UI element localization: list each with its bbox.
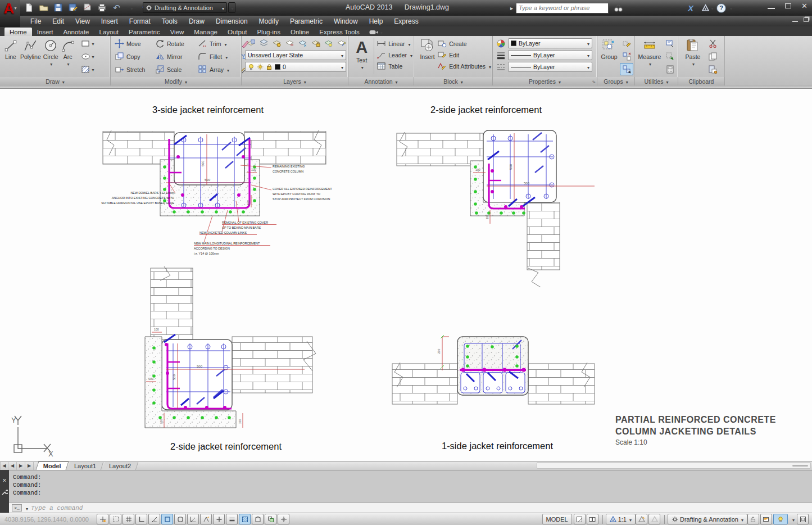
menu-dimension[interactable]: Dimension: [210, 17, 253, 26]
layer-state-button[interactable]: [258, 38, 270, 48]
doc-restore-button[interactable]: [804, 17, 809, 22]
layer-state-dropdown[interactable]: Unsaved Layer State: [245, 50, 346, 60]
group-edit-button[interactable]: [620, 37, 633, 49]
tab-insert[interactable]: Insert: [32, 28, 58, 36]
close-window-button[interactable]: ✕: [801, 2, 808, 10]
menu-window[interactable]: Window: [328, 17, 364, 26]
scrollbar-thumb[interactable]: [792, 465, 808, 467]
tab-view[interactable]: View: [165, 28, 189, 36]
menu-parametric[interactable]: Parametric: [284, 17, 328, 26]
insert-block-button[interactable]: Insert: [418, 37, 437, 76]
fillet-button[interactable]: Fillet: [198, 52, 235, 61]
copy-button[interactable]: Copy: [115, 52, 155, 61]
last-layout-button[interactable]: ▶: [25, 462, 34, 470]
layer-match-button[interactable]: [335, 38, 347, 48]
id-point-button[interactable]: [663, 37, 677, 49]
model-space-button[interactable]: MODEL: [542, 514, 572, 524]
text-tool-button[interactable]: A Text: [352, 37, 371, 76]
quick-view-drawings-button[interactable]: [587, 514, 598, 524]
rectangle-tool-button[interactable]: [79, 37, 96, 49]
dynamic-input-toggle[interactable]: [213, 514, 225, 524]
next-layout-button[interactable]: ▶: [17, 462, 25, 470]
dynamic-ucs-toggle[interactable]: [200, 514, 212, 524]
search-input[interactable]: [516, 3, 609, 13]
autodesk-360-button[interactable]: [700, 2, 714, 13]
panel-title-properties[interactable]: Properties: [493, 77, 597, 85]
stretch-button[interactable]: Stretch: [115, 65, 155, 74]
layer-lock-button[interactable]: [310, 38, 321, 48]
infocenter-expand-icon[interactable]: ▸: [510, 5, 513, 11]
annotation-monitor-toggle[interactable]: [278, 514, 289, 524]
rotate-button[interactable]: Rotate: [155, 39, 198, 48]
save-as-button[interactable]: [66, 2, 79, 13]
drawing-canvas[interactable]: 3-side jacket reinforcement: [0, 88, 812, 461]
ellipse-tool-button[interactable]: [79, 50, 96, 62]
linetype-dropdown[interactable]: ByLayer: [508, 62, 592, 72]
dimension-linear-button[interactable]: Linear: [376, 39, 412, 48]
undo-button[interactable]: ↶: [110, 2, 123, 13]
menu-format[interactable]: Format: [124, 17, 156, 26]
leader-button[interactable]: Leader: [376, 50, 412, 60]
cut-button[interactable]: [706, 37, 719, 49]
group-button[interactable]: Group: [600, 37, 618, 76]
3d-object-snap-toggle[interactable]: [174, 514, 186, 524]
paste-special-button[interactable]: [706, 63, 719, 75]
menu-help[interactable]: Help: [364, 17, 389, 26]
exchange-apps-button[interactable]: X: [684, 2, 697, 13]
doc-minimize-button[interactable]: [792, 21, 798, 22]
infer-constraints-toggle[interactable]: [97, 514, 108, 524]
toolbar-lock-button[interactable]: [747, 514, 759, 524]
menu-draw[interactable]: Draw: [183, 17, 210, 26]
mirror-button[interactable]: Mirror: [155, 52, 198, 61]
status-menu-icon[interactable]: [791, 515, 795, 523]
quick-properties-toggle[interactable]: [252, 514, 264, 524]
layer-freeze-button[interactable]: [297, 38, 309, 48]
tab-layout1[interactable]: Layout1: [67, 462, 104, 470]
layer-on-off-button[interactable]: [323, 38, 334, 48]
quick-calculator-button[interactable]: [663, 63, 677, 75]
quick-select-button[interactable]: [663, 50, 677, 62]
create-block-button[interactable]: Create: [437, 39, 491, 48]
panel-title-clipboard[interactable]: Clipboard: [678, 77, 724, 85]
object-color-dropdown[interactable]: ByLayer: [508, 38, 592, 48]
scale-button[interactable]: Scale: [155, 65, 198, 74]
annotation-autoscale-button[interactable]: [648, 514, 660, 524]
tab-manage[interactable]: Manage: [189, 28, 223, 36]
command-prompt-icon[interactable]: >_: [12, 504, 22, 512]
polyline-tool-button[interactable]: Polyline: [20, 37, 41, 76]
snap-mode-toggle[interactable]: [110, 514, 121, 524]
menu-view[interactable]: View: [70, 17, 96, 26]
panel-title-layers[interactable]: Layers: [242, 77, 348, 85]
annotation-visibility-button[interactable]: [636, 514, 647, 524]
tab-layout2[interactable]: Layout2: [102, 462, 139, 470]
move-button[interactable]: Move: [115, 39, 155, 48]
tab-plugins[interactable]: Plug-ins: [252, 28, 285, 36]
edit-attributes-button[interactable]: Edit Attributes: [437, 61, 491, 71]
tab-model[interactable]: Model: [36, 461, 69, 470]
help-button[interactable]: ?: [716, 3, 726, 13]
hatch-tool-button[interactable]: [79, 63, 96, 75]
plot-button[interactable]: [81, 2, 94, 13]
arc-tool-button[interactable]: Arc: [61, 37, 75, 76]
menu-tools[interactable]: Tools: [156, 17, 183, 26]
command-settings-icon[interactable]: [1, 489, 8, 496]
tab-annotate[interactable]: Annotate: [58, 28, 94, 36]
selection-cycling-toggle[interactable]: [265, 514, 276, 524]
edit-block-button[interactable]: Edit: [437, 50, 491, 60]
panel-title-utilities[interactable]: Utilities: [635, 77, 678, 85]
table-button[interactable]: Table: [376, 61, 412, 71]
menu-file[interactable]: File: [25, 17, 47, 26]
panel-title-block[interactable]: Block: [414, 77, 492, 85]
tab-express-tools[interactable]: Express Tools: [314, 28, 364, 36]
open-file-button[interactable]: [37, 2, 50, 13]
panel-title-modify[interactable]: Modify: [111, 77, 241, 85]
search-button[interactable]: [611, 2, 625, 13]
ribbon-state-button[interactable]: [369, 28, 383, 36]
tab-layout[interactable]: Layout: [94, 28, 124, 36]
ortho-mode-toggle[interactable]: [135, 514, 147, 524]
tab-parametric[interactable]: Parametric: [124, 28, 165, 36]
array-button[interactable]: Array: [198, 65, 235, 74]
menu-express[interactable]: Express: [388, 17, 424, 26]
layer-properties-button[interactable]: [245, 38, 257, 48]
qat-customize-button[interactable]: [228, 2, 235, 13]
